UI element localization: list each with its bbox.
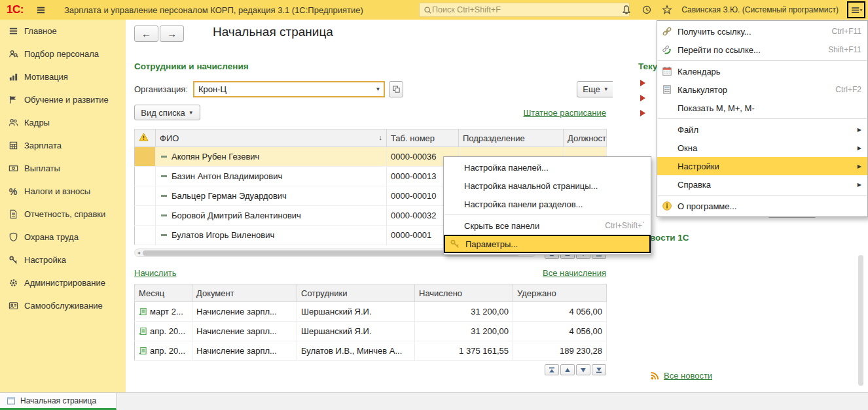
person-search-icon: [8, 49, 18, 60]
month-cell[interactable]: апр. 20...: [135, 322, 192, 341]
organization-combo[interactable]: ▼: [193, 81, 385, 97]
column-header-position[interactable]: Должност: [564, 129, 607, 147]
menu-item-sections-panel-setup[interactable]: Настройка панели разделов...: [444, 195, 651, 213]
main-menu-button[interactable]: [847, 1, 865, 18]
staffing-schedule-link[interactable]: Штатное расписание: [523, 108, 606, 118]
sidebar-item-reports[interactable]: Отчетность, справки: [0, 203, 126, 226]
go-last-button[interactable]: [592, 364, 606, 375]
accrue-link[interactable]: Начислить: [134, 268, 176, 278]
form-icon: [7, 396, 16, 405]
notifications-bell-icon[interactable]: [621, 4, 632, 16]
fio-cell[interactable]: Бальцер Герман Эдуардович: [156, 186, 387, 206]
employee-name: Базин Антон Владимирович: [172, 171, 282, 181]
all-accruals-link[interactable]: Все начисления: [543, 268, 606, 278]
menu-item-calendar[interactable]: Календарь: [657, 62, 867, 80]
sidebar-item-hr[interactable]: Кадры: [0, 111, 126, 134]
fio-cell[interactable]: Булатов Игорь Виленович: [156, 226, 387, 245]
scroll-left-icon[interactable]: ◄: [135, 250, 143, 255]
flag-icon: [8, 95, 18, 105]
history-icon[interactable]: [641, 4, 653, 16]
back-button[interactable]: ←: [134, 26, 158, 42]
sidebar-item-payments[interactable]: Выплаты: [0, 157, 126, 180]
menu-separator: [444, 214, 650, 215]
sidebar-item-self-service[interactable]: Самообслуживание: [0, 294, 126, 317]
menu-item-get-link[interactable]: Получить ссылку... Ctrl+F11: [657, 22, 867, 41]
menu-item-help[interactable]: Справка ▶: [657, 175, 867, 194]
sidebar-item-label: Кадры: [24, 118, 50, 128]
employee-state-icon: [161, 156, 167, 158]
menu-separator: [658, 118, 867, 119]
menu-item-about[interactable]: О программе...: [657, 197, 867, 215]
menu-item-file[interactable]: Файл ▶: [657, 120, 867, 139]
search-input[interactable]: [432, 5, 625, 14]
menu-item-hide-all-panels[interactable]: Скрыть все панели Ctrl+Shift+`: [444, 216, 651, 235]
sidebar-item-setup[interactable]: Настройка: [0, 248, 126, 271]
column-header-employees[interactable]: Сотрудники: [297, 284, 415, 302]
accrual-row[interactable]: апр. 20... Начисление зарпл... Шершански…: [135, 322, 607, 341]
menu-item-calculator[interactable]: Калькулятор Ctrl+F2: [657, 80, 867, 99]
sidebar-item-recruiting[interactable]: Подбор персонала: [0, 43, 126, 65]
organization-choose-button[interactable]: [389, 81, 403, 97]
more-button[interactable]: Еще▼: [577, 81, 615, 97]
menu-item-label: Показать М, М+, М-: [678, 103, 861, 113]
sidebar-item-labor-safety[interactable]: Охрана труда: [0, 226, 126, 248]
withheld-cell[interactable]: 4 056,00: [513, 302, 607, 322]
global-search[interactable]: [419, 3, 630, 17]
menu-item-label: Параметры...: [465, 239, 643, 249]
column-header-fio[interactable]: ФИО↓: [156, 129, 387, 147]
column-header-withheld[interactable]: Удержано: [513, 284, 607, 302]
menu-item-windows[interactable]: Окна ▶: [657, 139, 867, 157]
column-header-tabnum[interactable]: Таб. номер: [387, 129, 459, 147]
menu-item-show-m[interactable]: Показать М, М+, М-: [657, 99, 867, 117]
column-header-department[interactable]: Подразделение: [459, 129, 564, 147]
go-up-button[interactable]: [560, 364, 575, 375]
tab-home-page[interactable]: Начальная страница: [0, 393, 117, 410]
sidebar-item-administration[interactable]: Администрирование: [0, 271, 126, 294]
organization-input[interactable]: [194, 84, 372, 94]
fio-cell[interactable]: Боровой Дмитрий Валентинович: [156, 206, 387, 226]
warning-column-header[interactable]: [135, 129, 156, 147]
all-news-link[interactable]: Все новости: [664, 371, 712, 381]
column-header-document[interactable]: Документ: [192, 284, 297, 302]
sidebar-item-taxes[interactable]: % Налоги и взносы: [0, 180, 126, 203]
menu-item-home-page-setup[interactable]: Настройка начальной страницы...: [444, 177, 651, 195]
column-header-month[interactable]: Месяц: [135, 284, 192, 302]
withheld-cell[interactable]: 189 230,28: [513, 341, 607, 361]
month-cell[interactable]: апр. 20...: [135, 341, 192, 361]
organization-label: Организация:: [134, 81, 188, 97]
hamburger-menu-icon[interactable]: [35, 5, 47, 15]
menu-item-parameters[interactable]: Параметры...: [444, 235, 651, 253]
accrued-cell[interactable]: 1 375 161,55: [415, 341, 513, 361]
go-down-button[interactable]: [576, 364, 590, 375]
sidebar-item-motivation[interactable]: Мотивация: [0, 65, 126, 88]
go-first-button[interactable]: [545, 364, 559, 375]
document-cell[interactable]: Начисление зарпл...: [192, 322, 297, 341]
accrual-row[interactable]: март 2... Начисление зарпл... Шершанский…: [135, 302, 607, 322]
month-cell[interactable]: март 2...: [135, 302, 192, 322]
document-cell[interactable]: Начисление зарпл...: [192, 302, 297, 322]
employees-cell[interactable]: Булатов И.В., Минчев А...: [297, 341, 415, 361]
chevron-down-icon[interactable]: ▼: [372, 86, 384, 92]
document-cell[interactable]: Начисление зарпл...: [192, 341, 297, 361]
withheld-cell[interactable]: 4 056,00: [513, 322, 607, 341]
menu-item-settings[interactable]: Настройки ▶: [657, 157, 867, 175]
sidebar-item-main[interactable]: Главное: [0, 20, 126, 43]
sidebar-item-training[interactable]: Обучение и развитие: [0, 88, 126, 111]
forward-button[interactable]: →: [160, 26, 184, 42]
employees-cell[interactable]: Шершанский Я.И.: [297, 302, 415, 322]
favorites-star-icon[interactable]: [661, 4, 673, 16]
menu-item-label: Настройка начальной страницы...: [464, 181, 645, 191]
vertical-scrollbar[interactable]: [858, 255, 863, 386]
accrued-cell[interactable]: 31 200,00: [415, 322, 513, 341]
fio-cell[interactable]: Акопян Рубен Гезевич: [156, 147, 387, 167]
accrued-cell[interactable]: 31 200,00: [415, 302, 513, 322]
accrual-row[interactable]: апр. 20... Начисление зарпл... Булатов И…: [135, 341, 607, 361]
column-header-accrued[interactable]: Начислено: [415, 284, 513, 302]
employees-cell[interactable]: Шершанский Я.И.: [297, 322, 415, 341]
menu-item-panels-setup[interactable]: Настройка панелей...: [444, 158, 651, 177]
current-user[interactable]: Савинская З.Ю. (Системный программист): [681, 5, 839, 14]
sidebar-item-salary[interactable]: Зарплата: [0, 134, 126, 157]
menu-item-goto-link[interactable]: Перейти по ссылке... Shift+F11: [657, 41, 867, 59]
view-list-button[interactable]: Вид списка▼: [134, 105, 200, 120]
fio-cell[interactable]: Базин Антон Владимирович: [156, 167, 387, 186]
